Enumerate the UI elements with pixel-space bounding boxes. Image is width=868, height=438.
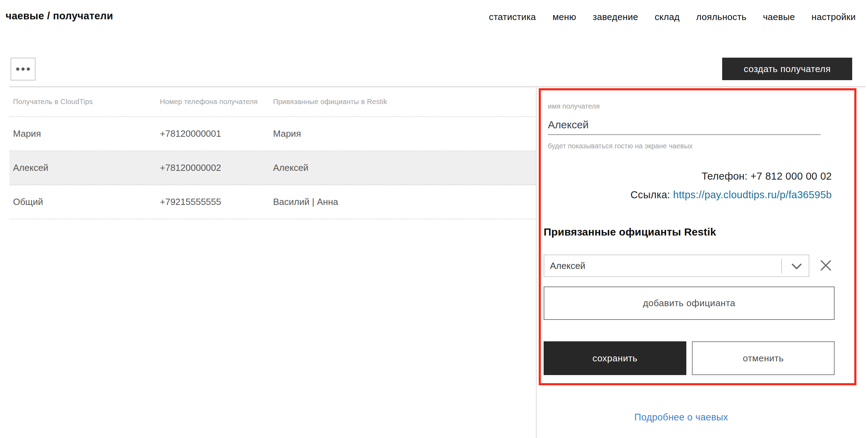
cell-phone: +79215555555 [160,197,273,207]
cell-recipient: Мария [13,128,160,139]
top-nav: статистика меню заведение склад лояльнос… [489,12,856,22]
cell-waiters: Василий | Анна [273,197,536,207]
page-title: чаевые / получатели [6,10,113,22]
nav-loyalty[interactable]: лояльность [696,12,746,22]
more-actions-button[interactable] [11,58,35,80]
linked-waiters-heading: Привязанные официанты Restik [544,226,716,238]
recipient-editor-panel: имя получателя будет показываться гостю … [539,88,856,385]
close-icon [820,260,831,272]
cell-waiters: Алексей [273,162,536,173]
table-row-selected[interactable]: Алексей +78120000002 Алексей [9,151,536,185]
cell-phone: +78120000002 [160,162,273,173]
recipient-name-label: имя получателя [548,102,600,110]
table-row[interactable]: Мария +78120000001 Мария [9,117,536,151]
add-waiter-button[interactable]: добавить официанта [544,286,835,320]
create-recipient-button[interactable]: создать получателя [722,58,852,80]
content-divider [536,87,537,438]
save-button[interactable]: сохранить [544,341,686,375]
select-divider [781,259,782,273]
nav-menu[interactable]: меню [552,12,576,22]
chevron-down-icon [791,263,802,270]
table-header-row: Получатель в CloudTips Номер телефона по… [9,87,536,117]
table-row[interactable]: Общий +79215555555 Василий | Анна [9,185,536,219]
column-header-recipient: Получатель в CloudTips [13,98,160,106]
cancel-button[interactable]: отменить [692,341,835,375]
remove-waiter-button[interactable] [818,258,834,273]
nav-venue[interactable]: заведение [593,12,638,22]
column-header-waiters: Привязанные официанты в Restik [273,98,536,106]
tips-more-info-link[interactable]: Подробнее о чаевых [634,412,728,423]
nav-statistics[interactable]: статистика [489,12,536,22]
recipient-name-input[interactable] [548,115,821,135]
tips-recipients-page: чаевые / получатели статистика меню заве… [0,0,868,438]
cell-phone: +78120000001 [160,128,273,139]
cloudtips-payment-link[interactable]: https://pay.cloudtips.ru/p/fa36595b [673,189,832,200]
phone-label: Телефон: [701,170,747,182]
cell-recipient: Общий [13,197,160,207]
recipient-name-hint: будет показываться гостю на экране чаевы… [548,142,693,150]
waiter-select[interactable]: Алексей [544,255,809,277]
nav-settings[interactable]: настройки [811,12,856,22]
column-header-phone: Номер телефона получателя [160,98,273,106]
more-icon [16,67,30,71]
cell-recipient: Алексей [13,162,160,173]
nav-tips[interactable]: чаевые [763,12,795,22]
nav-stock[interactable]: склад [655,12,680,22]
link-label: Ссылка: [630,189,670,200]
recipient-contact-info: Телефон: +7 812 000 00 02 Ссылка: https:… [630,170,832,201]
cell-waiters: Мария [273,128,536,139]
waiter-select-value: Алексей [550,260,585,271]
recipients-table: Получатель в CloudTips Номер телефона по… [9,87,536,219]
phone-value: +7 812 000 00 02 [751,170,832,182]
